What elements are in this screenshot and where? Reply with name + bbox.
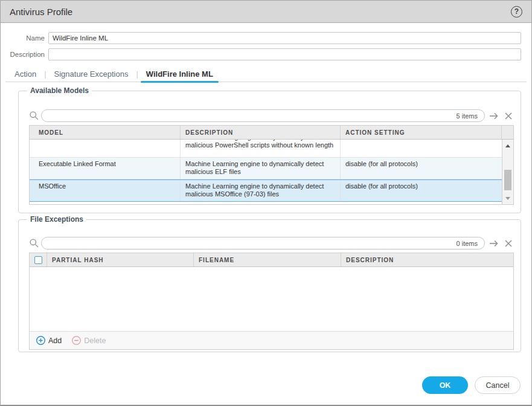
select-all-checkbox[interactable] xyxy=(34,256,42,264)
ok-button[interactable]: OK xyxy=(422,376,468,394)
clear-filter-icon[interactable] xyxy=(503,238,514,249)
name-input[interactable] xyxy=(48,32,521,44)
dialog-titlebar: Antivirus Profile ? xyxy=(1,1,531,23)
table-row[interactable]: Machine Learning engine to dynamically d… xyxy=(30,140,502,158)
models-item-count: 5 items xyxy=(457,112,478,120)
vertical-scrollbar[interactable] xyxy=(502,140,513,204)
cell-model: Executable Linked Format xyxy=(30,158,181,179)
name-row: Name xyxy=(1,32,521,44)
delete-button-label: Delete xyxy=(84,337,106,345)
column-header-description[interactable]: DESCRIPTION xyxy=(181,126,341,139)
cell-action-setting: disable (for all protocols) xyxy=(341,158,502,179)
models-table: MODEL DESCRIPTION ACTION SETTING Machine… xyxy=(29,125,514,205)
delete-icon xyxy=(71,335,82,346)
search-icon xyxy=(29,111,39,121)
column-header-scroll-spacer xyxy=(502,126,513,139)
exceptions-empty-body xyxy=(30,267,513,331)
tab-action[interactable]: Action xyxy=(9,66,42,82)
dialog-title: Antivirus Profile xyxy=(10,7,72,17)
column-header-partial-hash[interactable]: PARTIAL HASH xyxy=(47,253,194,266)
models-rows: Machine Learning engine to dynamically d… xyxy=(30,140,502,204)
models-table-header: MODEL DESCRIPTION ACTION SETTING xyxy=(30,126,513,140)
exceptions-toolbar: Add Delete xyxy=(30,331,513,349)
column-header-action-setting[interactable]: ACTION SETTING xyxy=(341,126,502,139)
exceptions-search-input[interactable]: 0 items xyxy=(41,237,485,250)
cell-action-setting: disable (for all protocols) xyxy=(341,180,502,201)
add-icon xyxy=(36,335,46,346)
clear-filter-icon[interactable] xyxy=(503,111,514,121)
models-search-input[interactable]: 5 items xyxy=(41,109,485,122)
description-row: Description xyxy=(1,48,521,60)
add-button-label: Add xyxy=(48,337,62,345)
available-models-legend: Available Models xyxy=(27,86,92,95)
table-row[interactable]: Executable Linked Format Machine Learnin… xyxy=(30,158,502,179)
tab-signature-exceptions[interactable]: Signature Exceptions xyxy=(49,66,134,82)
tab-divider: | xyxy=(44,69,46,79)
models-table-body: Machine Learning engine to dynamically d… xyxy=(30,140,513,204)
apply-filter-icon[interactable] xyxy=(489,111,499,121)
cell-description: Machine Learning engine to dynamically d… xyxy=(181,158,341,179)
description-label: Description xyxy=(1,51,45,58)
column-header-filename[interactable]: FILENAME xyxy=(194,253,341,266)
description-input[interactable] xyxy=(48,48,521,60)
apply-filter-icon[interactable] xyxy=(489,238,499,249)
scroll-down-icon[interactable] xyxy=(502,193,513,203)
delete-button[interactable]: Delete xyxy=(71,335,106,346)
exceptions-item-count: 0 items xyxy=(457,240,478,247)
file-exceptions-legend: File Exceptions xyxy=(27,215,86,224)
dialog-footer: OK Cancel xyxy=(422,376,521,394)
cell-model xyxy=(30,140,181,157)
file-exceptions-section: File Exceptions 0 items PARTIAL HASH xyxy=(18,219,521,352)
column-header-description[interactable]: DESCRIPTION xyxy=(341,253,513,266)
exceptions-searchbar: 0 items xyxy=(29,237,514,250)
table-row-selected[interactable]: MSOffice Machine Learning engine to dyna… xyxy=(30,179,502,202)
models-searchbar: 5 items xyxy=(29,109,514,122)
tab-bar: Action | Signature Exceptions | WildFire… xyxy=(5,66,527,82)
add-button[interactable]: Add xyxy=(36,335,62,346)
cell-description: Machine Learning engine to dynamically d… xyxy=(181,140,341,157)
exceptions-table: PARTIAL HASH FILENAME DESCRIPTION Add xyxy=(29,253,514,350)
help-icon[interactable]: ? xyxy=(511,6,522,18)
search-icon xyxy=(29,238,39,248)
column-header-model[interactable]: MODEL xyxy=(30,126,181,139)
cancel-button[interactable]: Cancel xyxy=(475,376,521,394)
available-models-section: Available Models 5 items MODEL DESCRIPTI… xyxy=(18,91,521,213)
cell-action-setting xyxy=(341,140,502,157)
tab-divider: | xyxy=(136,69,138,79)
name-label: Name xyxy=(1,34,45,42)
select-all-cell xyxy=(30,253,47,266)
tab-wildfire-inline-ml[interactable]: WildFire Inline ML xyxy=(141,66,219,82)
cell-model: MSOffice xyxy=(30,180,181,201)
cell-description: Machine Learning engine to dynamically d… xyxy=(181,180,341,201)
scrollbar-thumb[interactable] xyxy=(504,170,511,190)
exceptions-table-header: PARTIAL HASH FILENAME DESCRIPTION xyxy=(30,253,513,267)
scroll-up-icon[interactable] xyxy=(502,141,513,150)
antivirus-profile-dialog: Antivirus Profile ? Name Description Act… xyxy=(0,0,532,406)
